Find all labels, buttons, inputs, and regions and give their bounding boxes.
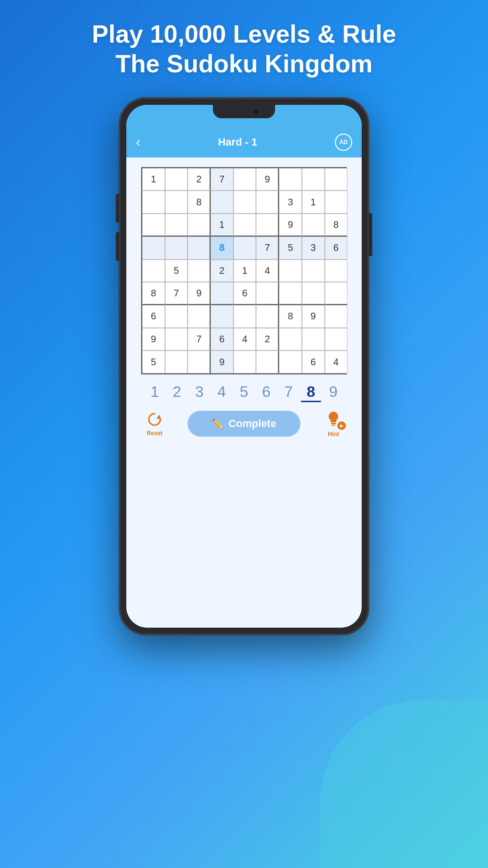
sudoku-cell[interactable]	[233, 168, 256, 191]
sudoku-cell[interactable]	[256, 214, 279, 237]
sudoku-cell[interactable]: 9	[302, 305, 325, 328]
sudoku-cell[interactable]	[165, 328, 188, 351]
sudoku-cell[interactable]: 9	[211, 350, 233, 373]
content-area: 12798311988753652148796689976425964 1234…	[126, 158, 362, 628]
ad-badge[interactable]: AD	[335, 134, 352, 151]
sudoku-grid[interactable]: 12798311988753652148796689976425964	[141, 167, 347, 374]
sudoku-cell[interactable]	[165, 237, 188, 259]
sudoku-cell[interactable]: 8	[325, 214, 348, 237]
sudoku-cell[interactable]	[211, 191, 233, 214]
sudoku-cell[interactable]	[165, 191, 188, 214]
sudoku-cell[interactable]: 6	[142, 305, 165, 328]
sudoku-cell[interactable]	[325, 305, 348, 328]
sudoku-cell[interactable]: 9	[256, 168, 279, 191]
sudoku-cell[interactable]	[233, 191, 256, 214]
number-button-1[interactable]: 1	[144, 383, 165, 402]
sudoku-cell[interactable]	[256, 305, 279, 328]
number-button-4[interactable]: 4	[211, 383, 232, 402]
sudoku-cell[interactable]	[279, 168, 302, 191]
sudoku-cell[interactable]: 2	[256, 328, 279, 351]
sudoku-cell[interactable]: 8	[142, 282, 165, 305]
sudoku-cell[interactable]	[325, 328, 348, 351]
sudoku-cell[interactable]: 7	[188, 328, 211, 351]
hint-button[interactable]: ▶ Hint	[325, 410, 342, 438]
sudoku-cell[interactable]	[325, 191, 348, 214]
sudoku-cell[interactable]	[211, 282, 233, 305]
phone-mockup: ‹ Hard - 1 AD 12798311988753652148796689…	[120, 98, 368, 634]
sudoku-cell[interactable]	[279, 259, 302, 282]
sudoku-cell[interactable]	[142, 191, 165, 214]
sudoku-cell[interactable]	[279, 350, 302, 373]
sudoku-cell[interactable]: 1	[211, 214, 233, 237]
sudoku-cell[interactable]	[188, 237, 211, 259]
sudoku-cell[interactable]	[233, 237, 256, 259]
sudoku-cell[interactable]	[256, 191, 279, 214]
headline: Play 10,000 Levels & Rule The Sudoku Kin…	[63, 0, 425, 93]
sudoku-cell[interactable]: 9	[279, 214, 302, 237]
sudoku-cell[interactable]	[165, 214, 188, 237]
sudoku-cell[interactable]: 7	[165, 282, 188, 305]
sudoku-cell[interactable]: 6	[302, 350, 325, 373]
sudoku-cell[interactable]	[325, 282, 348, 305]
sudoku-cell[interactable]: 8	[211, 237, 233, 259]
sudoku-cell[interactable]: 2	[211, 259, 233, 282]
sudoku-cell[interactable]	[188, 305, 211, 328]
sudoku-cell[interactable]: 6	[233, 282, 256, 305]
sudoku-cell[interactable]	[302, 214, 325, 237]
sudoku-cell[interactable]	[233, 350, 256, 373]
sudoku-cell[interactable]	[233, 214, 256, 237]
sudoku-cell[interactable]: 1	[302, 191, 325, 214]
sudoku-cell[interactable]	[142, 214, 165, 237]
number-button-8[interactable]: 8	[301, 383, 321, 402]
number-button-3[interactable]: 3	[189, 383, 210, 402]
sudoku-cell[interactable]	[188, 350, 211, 373]
sudoku-cell[interactable]: 5	[279, 237, 302, 259]
sudoku-cell[interactable]	[142, 259, 165, 282]
sudoku-row: 97642	[142, 328, 346, 351]
sudoku-cell[interactable]	[256, 350, 279, 373]
sudoku-cell[interactable]	[233, 305, 256, 328]
sudoku-cell[interactable]	[325, 259, 348, 282]
number-button-6[interactable]: 6	[256, 383, 277, 402]
sudoku-cell[interactable]: 7	[211, 168, 233, 191]
sudoku-cell[interactable]: 5	[142, 350, 165, 373]
sudoku-cell[interactable]: 4	[256, 259, 279, 282]
sudoku-cell[interactable]: 5	[165, 259, 188, 282]
number-button-5[interactable]: 5	[234, 383, 254, 402]
sudoku-cell[interactable]	[279, 328, 302, 351]
sudoku-cell[interactable]: 3	[279, 191, 302, 214]
sudoku-cell[interactable]: 9	[188, 282, 211, 305]
sudoku-cell[interactable]	[211, 305, 233, 328]
sudoku-cell[interactable]: 6	[211, 328, 233, 351]
sudoku-cell[interactable]	[256, 282, 279, 305]
complete-button[interactable]: ✏️ Complete	[188, 411, 300, 437]
back-button[interactable]: ‹	[136, 135, 140, 149]
sudoku-cell[interactable]	[142, 237, 165, 259]
sudoku-cell[interactable]: 1	[142, 168, 165, 191]
sudoku-cell[interactable]	[188, 259, 211, 282]
sudoku-cell[interactable]	[165, 168, 188, 191]
sudoku-cell[interactable]: 6	[325, 237, 348, 259]
sudoku-cell[interactable]	[165, 305, 188, 328]
sudoku-cell[interactable]	[302, 328, 325, 351]
sudoku-cell[interactable]	[188, 214, 211, 237]
sudoku-cell[interactable]: 9	[142, 328, 165, 351]
number-button-2[interactable]: 2	[167, 383, 187, 402]
sudoku-cell[interactable]	[302, 168, 325, 191]
sudoku-cell[interactable]	[302, 282, 325, 305]
sudoku-cell[interactable]	[302, 259, 325, 282]
sudoku-cell[interactable]: 8	[188, 191, 211, 214]
sudoku-cell[interactable]: 3	[302, 237, 325, 259]
sudoku-cell[interactable]	[325, 168, 348, 191]
sudoku-cell[interactable]: 4	[325, 350, 348, 373]
sudoku-cell[interactable]: 1	[233, 259, 256, 282]
number-button-7[interactable]: 7	[278, 383, 299, 402]
sudoku-cell[interactable]: 8	[279, 305, 302, 328]
sudoku-cell[interactable]: 7	[256, 237, 279, 259]
sudoku-cell[interactable]	[165, 350, 188, 373]
number-button-9[interactable]: 9	[323, 383, 344, 402]
sudoku-cell[interactable]: 4	[233, 328, 256, 351]
sudoku-cell[interactable]: 2	[188, 168, 211, 191]
reset-button[interactable]: Reset	[146, 411, 163, 437]
sudoku-cell[interactable]	[279, 282, 302, 305]
